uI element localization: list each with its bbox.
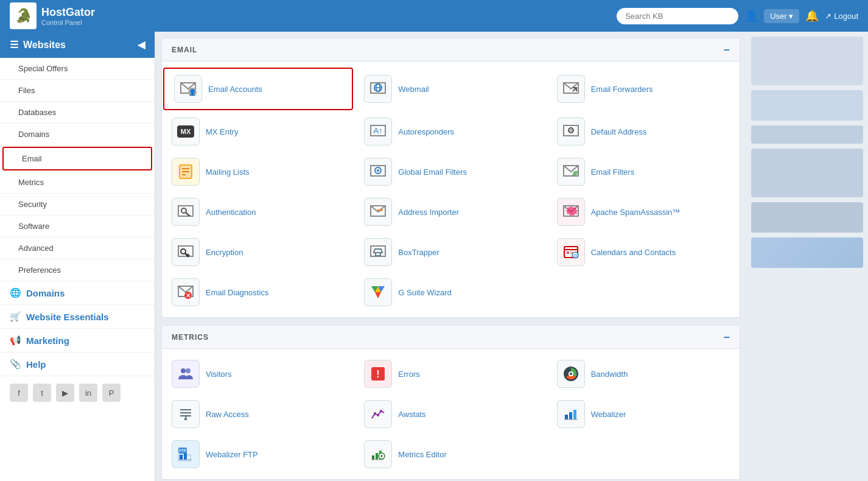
webalizer-icon [557,400,585,428]
authentication-item[interactable]: Authentication [162,192,354,232]
raw-access-label: Raw Access [206,410,249,419]
sidebar-item-databases[interactable]: Databases [0,102,155,124]
errors-label: Errors [398,370,419,379]
errors-item[interactable]: ! Errors [354,354,547,394]
brand-sub: Control Panel [41,19,95,26]
search-input[interactable] [617,8,738,24]
encryption-item[interactable]: Encryption [162,232,354,272]
errors-icon: ! [364,360,392,388]
address-importer-label: Address Importer [398,208,459,217]
mailing-lists-item[interactable]: Mailing Lists [162,152,354,192]
sidebar-item-preferences[interactable]: Preferences [0,259,155,281]
logo-icon: 🐊 [10,2,37,29]
sidebar-item-security[interactable]: Security [0,194,155,216]
logo-area: 🐊 HostGator Control Panel [10,2,95,29]
sidebar-section-help[interactable]: 📎 Help [0,353,155,376]
boxtrapper-item[interactable]: BoxTrapper [354,232,547,272]
autoresponders-item[interactable]: A↑ Autoresponders [354,111,547,152]
content-area: EMAIL – 👤 Ema [155,32,746,481]
email-diagnostics-icon: ✕ [172,278,200,306]
sidebar-section-marketing[interactable]: 📢 Marketing [0,329,155,353]
main-area: EMAIL – 👤 Ema [155,32,868,481]
sidebar-item-special-offers[interactable]: Special Offers [0,58,155,80]
global-email-filters-item[interactable]: Global Email Filters [354,152,547,192]
email-accounts-item[interactable]: 👤 Email Accounts [163,68,353,110]
sidebar-item-metrics[interactable]: Metrics [0,172,155,194]
awstats-icon [364,400,392,428]
svg-point-67 [380,410,382,412]
calendars-contacts-label: Calendars and Contacts [591,248,676,257]
svg-text:@: @ [569,128,573,133]
encryption-label: Encryption [206,248,243,257]
twitter-button[interactable]: t [33,384,51,402]
youtube-button[interactable]: ▶ [56,384,74,402]
default-address-item[interactable]: @ Default Address [547,111,740,152]
user-icon[interactable]: 👤 [744,9,758,23]
svg-rect-38 [376,253,380,256]
visitors-item[interactable]: Visitors [162,354,354,394]
metrics-section-collapse[interactable]: – [724,331,730,343]
spam-assassin-item[interactable]: Apache SpamAssassin™ [547,192,740,232]
address-importer-item[interactable]: Address Importer [354,192,547,232]
authentication-label: Authentication [206,208,256,217]
spam-assassin-label: Apache SpamAssassin™ [591,208,681,217]
svg-point-54 [186,368,191,373]
right-panel [746,32,868,481]
svg-text:A↑: A↑ [374,126,383,135]
mx-entry-label: MX Entry [206,127,238,136]
ad-block-3 [751,125,863,144]
sidebar-section-website-essentials[interactable]: 🛒 Website Essentials [0,305,155,329]
svg-point-53 [181,368,186,373]
sidebar-item-advanced[interactable]: Advanced [0,237,155,259]
logo-text: HostGator Control Panel [41,6,95,26]
cart-icon: 🛒 [10,311,21,322]
svg-rect-41 [567,251,569,254]
email-diagnostics-item[interactable]: ✕ Email Diagnostics [162,272,354,312]
bell-icon[interactable]: 🔔 [805,9,819,23]
webalizer-ftp-item[interactable]: FTP Webalizer FTP [162,434,354,474]
svg-rect-73 [180,455,183,460]
metrics-section-card: METRICS – Visitors [161,325,740,480]
mailing-lists-label: Mailing Lists [206,167,250,177]
authentication-icon [172,198,200,226]
webalizer-label: Webalizer [591,410,626,419]
gsuite-icon [364,278,392,306]
awstats-item[interactable]: Awstats [354,394,547,434]
sidebar-toggle[interactable]: ◀ [138,39,145,51]
email-section-collapse[interactable]: – [724,43,730,56]
raw-access-item[interactable]: Raw Access [162,394,354,434]
sidebar-item-software[interactable]: Software [0,216,155,237]
svg-point-21 [377,169,379,172]
sidebar-item-files[interactable]: Files [0,80,155,102]
gsuite-label: G Suite Wizard [398,288,451,297]
metrics-editor-icon [364,440,392,468]
sidebar-section-icon: ☰ [10,39,18,51]
marketing-icon: 📢 [10,335,21,346]
ad-block-5 [751,202,863,233]
linkedin-button[interactable]: in [79,384,97,402]
email-section-header: EMAIL – [162,38,740,61]
webmail-item[interactable]: Webmail [354,66,547,111]
sidebar-item-email[interactable]: Email [2,147,152,170]
email-forwarders-item[interactable]: Email Forwarders [547,66,740,111]
logout-button[interactable]: ↗ Logout [825,12,858,21]
pinterest-button[interactable]: P [102,384,121,402]
email-filters-item[interactable]: Email Filters [547,152,740,192]
bandwidth-item[interactable]: Bandwidth [547,354,740,394]
metrics-editor-item[interactable]: Metrics Editor [354,434,547,474]
calendars-contacts-item[interactable]: @ Calendars and Contacts [547,232,740,272]
sidebar-section-domains[interactable]: 🌐 Domains [0,281,155,305]
user-label[interactable]: User ▾ [764,9,799,23]
global-email-filters-icon [364,158,392,186]
facebook-button[interactable]: f [10,384,28,402]
mx-entry-item[interactable]: MX MX Entry [162,111,354,152]
logout-icon: ↗ [825,12,831,21]
webalizer-item[interactable]: Webalizer [547,394,740,434]
mx-entry-icon: MX [172,118,200,146]
svg-point-65 [374,412,376,415]
svg-marker-36 [371,246,385,256]
domains-icon: 🌐 [10,287,21,298]
gsuite-item[interactable]: G Suite Wizard [354,272,547,312]
sidebar-item-domains[interactable]: Domains [0,124,155,146]
social-bar: f t ▶ in P [0,376,155,409]
